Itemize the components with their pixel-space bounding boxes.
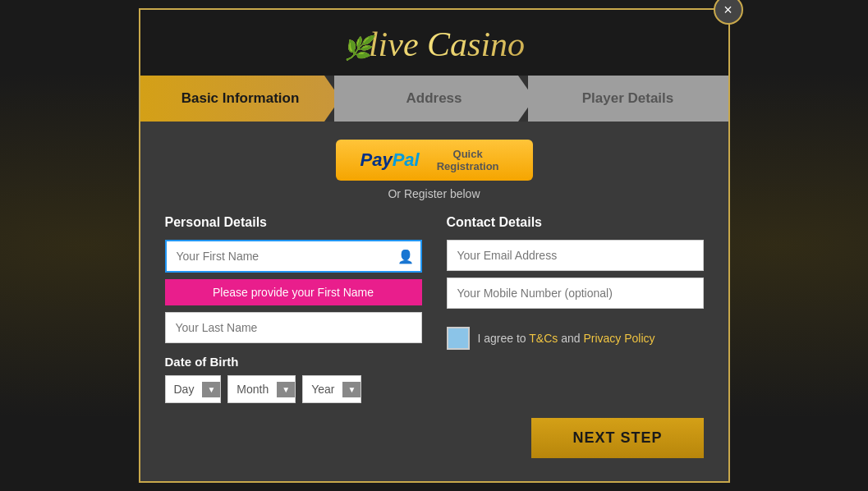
email-wrap [447, 240, 704, 271]
email-input[interactable] [447, 240, 704, 271]
dob-section: Date of Birth Day ▼ Month ▼ Y [165, 355, 422, 403]
first-name-wrap: 👤 [165, 240, 422, 273]
dob-row: Day ▼ Month ▼ Year ▼ [165, 375, 422, 403]
agreement-row: I agree to T&Cs and Privacy Policy [447, 327, 704, 350]
personal-details-title: Personal Details [165, 215, 422, 230]
contact-details-col: Contact Details I agree to T&Cs and Priv… [447, 215, 704, 403]
paypal-register-label: Quick Registration [428, 148, 508, 172]
modal-body: PayPal Quick Registration Or Register be… [140, 122, 728, 481]
agreement-label: I agree to T&Cs and Privacy Policy [478, 332, 655, 345]
agreement-checkbox[interactable] [447, 327, 470, 350]
modal-overlay: × 🌿live Casino Basic Information Address… [139, 8, 730, 483]
tab-player-details[interactable]: Player Details [528, 76, 728, 122]
mobile-input[interactable] [447, 278, 704, 309]
paypal-section: PayPal Quick Registration Or Register be… [165, 140, 704, 200]
last-name-input[interactable] [165, 312, 422, 343]
dob-title: Date of Birth [165, 355, 422, 369]
day-label: Day [166, 376, 203, 402]
paypal-button[interactable]: PayPal Quick Registration [336, 140, 533, 181]
month-arrow-button[interactable]: ▼ [277, 382, 295, 397]
privacy-link[interactable]: Privacy Policy [583, 332, 654, 345]
logo-leaf-icon: 🌿 [343, 35, 372, 61]
first-name-input[interactable] [165, 240, 422, 273]
logo-text: 🌿live Casino [343, 25, 525, 63]
tab-bar: Basic Information Address Player Details [140, 76, 728, 122]
next-step-button[interactable]: NEXT STEP [531, 418, 703, 458]
tc-link[interactable]: T&Cs [529, 332, 558, 345]
year-select-wrap: Year ▼ [302, 375, 361, 403]
paypal-logo: PayPal [361, 149, 420, 171]
logo: 🌿live Casino [157, 25, 712, 64]
person-icon: 👤 [397, 249, 414, 264]
modal-header: 🌿live Casino [140, 10, 728, 76]
year-arrow-button[interactable]: ▼ [342, 382, 361, 397]
or-register-text: Or Register below [388, 187, 480, 200]
day-arrow-button[interactable]: ▼ [202, 382, 220, 397]
year-label: Year [303, 376, 342, 402]
tab-address[interactable]: Address [334, 76, 535, 122]
month-label: Month [228, 376, 277, 402]
contact-details-title: Contact Details [447, 215, 704, 230]
day-select-wrap: Day ▼ [165, 375, 222, 403]
first-name-error: Please provide your First Name [165, 279, 422, 305]
bottom-row: NEXT STEP [165, 418, 704, 458]
tab-basic-information[interactable]: Basic Information [140, 76, 341, 122]
mobile-wrap [447, 278, 704, 309]
month-select-wrap: Month ▼ [227, 375, 296, 403]
modal: × 🌿live Casino Basic Information Address… [139, 8, 730, 483]
personal-details-col: Personal Details 👤 Please provide your F… [165, 215, 422, 403]
form-columns: Personal Details 👤 Please provide your F… [165, 215, 704, 403]
last-name-wrap [165, 312, 422, 343]
